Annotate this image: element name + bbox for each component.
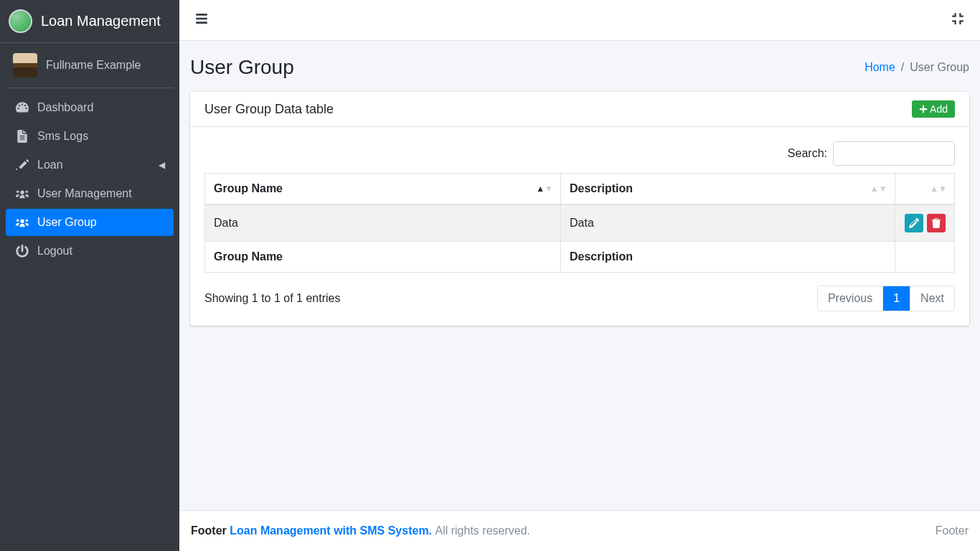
breadcrumb-separator: /: [901, 61, 904, 74]
footer-prefix: Footer: [191, 524, 230, 537]
power-icon: [14, 245, 30, 258]
table-row: Data Data: [205, 204, 955, 242]
content-header: User Group Home / User Group: [190, 52, 969, 92]
column-header-description[interactable]: Description ▲▼: [561, 174, 895, 205]
sidebar-item-user-management[interactable]: User Management: [6, 180, 174, 207]
pagination-page-1[interactable]: 1: [883, 286, 910, 311]
column-header-group-name[interactable]: Group Name ▲▼: [205, 174, 561, 205]
column-footer-description: Description: [561, 242, 895, 273]
page-title: User Group: [190, 56, 294, 79]
footer-left: Footer Loan Management with SMS System. …: [191, 524, 530, 537]
breadcrumb: Home / User Group: [864, 61, 969, 74]
pagination: Previous 1 Next: [817, 286, 955, 311]
breadcrumb-home-link[interactable]: Home: [864, 61, 895, 74]
card-body: Search: Group Name ▲▼ Description ▲▼: [190, 127, 969, 326]
search-label: Search:: [788, 147, 827, 160]
sidebar-item-label: Logout: [37, 245, 72, 258]
sidebar-item-label: User Group: [37, 216, 97, 229]
topbar: [179, 0, 980, 41]
footer: Footer Loan Management with SMS System. …: [179, 510, 980, 551]
sidebar-item-sms-logs[interactable]: Sms Logs: [6, 123, 174, 150]
pagination-next[interactable]: Next: [910, 286, 954, 311]
sidebar-item-label: Dashboard: [37, 101, 93, 114]
dashboard-icon: [14, 101, 30, 114]
bars-icon: [195, 12, 208, 25]
datatable-info: Showing 1 to 1 of 1 entries: [204, 292, 340, 305]
column-footer-actions: [895, 242, 954, 273]
menu-toggle-button[interactable]: [191, 8, 212, 32]
card-user-group: User Group Data table Add Search: Group …: [190, 92, 969, 326]
search-input[interactable]: [833, 141, 955, 166]
column-header-actions[interactable]: ▲▼: [895, 174, 954, 205]
brand-logo-icon: [9, 9, 32, 33]
avatar: [13, 53, 37, 77]
cell-actions: [895, 204, 954, 242]
datatable-top: Search:: [204, 141, 955, 166]
document-icon: [14, 130, 30, 143]
brand-title: Loan Management: [41, 13, 161, 29]
breadcrumb-current: User Group: [910, 61, 969, 74]
sidebar: Loan Management Fullname Example Dashboa…: [0, 0, 179, 551]
datatable-bottom: Showing 1 to 1 of 1 entries Previous 1 N…: [204, 286, 955, 311]
sidebar-item-loan[interactable]: Loan ◀: [6, 151, 174, 179]
chevron-left-icon: ◀: [159, 160, 165, 170]
edit-row-button[interactable]: [905, 214, 923, 232]
brand[interactable]: Loan Management: [0, 0, 179, 43]
column-footer-group-name: Group Name: [205, 242, 561, 273]
sort-icon: ▲▼: [930, 184, 947, 193]
sidebar-item-logout[interactable]: Logout: [6, 237, 174, 265]
sidebar-item-label: Loan: [37, 159, 63, 171]
pencil-icon: [909, 218, 919, 228]
users-icon: [14, 216, 30, 229]
sidebar-nav: Dashboard Sms Logs Loan ◀ User Managemen…: [0, 88, 179, 272]
add-button-label: Add: [930, 103, 948, 115]
add-button[interactable]: Add: [912, 100, 955, 118]
footer-right: Footer: [936, 524, 969, 537]
users-icon: [14, 187, 30, 200]
fullscreen-toggle-button[interactable]: [947, 8, 969, 32]
cell-group-name: Data: [205, 204, 561, 242]
trash-icon: [931, 218, 941, 228]
sidebar-item-label: User Management: [37, 187, 132, 200]
sidebar-item-user-group[interactable]: User Group: [6, 209, 174, 236]
datatable: Group Name ▲▼ Description ▲▼ ▲▼: [204, 173, 955, 273]
sidebar-item-dashboard[interactable]: Dashboard: [6, 94, 174, 121]
user-fullname: Fullname Example: [46, 59, 141, 72]
footer-link[interactable]: Loan Management with SMS System.: [230, 524, 432, 537]
edit-icon: [14, 159, 30, 171]
plus-icon: [919, 105, 928, 113]
card-title: User Group Data table: [204, 102, 334, 117]
sidebar-item-label: Sms Logs: [37, 130, 88, 143]
footer-rights: All rights reserved.: [435, 524, 531, 537]
sort-icon: ▲▼: [870, 184, 887, 193]
content: User Group Home / User Group User Group …: [179, 41, 980, 510]
card-header: User Group Data table Add: [190, 92, 969, 127]
compress-icon: [951, 12, 964, 25]
pagination-previous[interactable]: Previous: [818, 286, 883, 311]
sort-icon: ▲▼: [536, 184, 553, 193]
delete-row-button[interactable]: [927, 214, 946, 232]
cell-description: Data: [561, 204, 895, 242]
user-panel[interactable]: Fullname Example: [6, 43, 174, 88]
